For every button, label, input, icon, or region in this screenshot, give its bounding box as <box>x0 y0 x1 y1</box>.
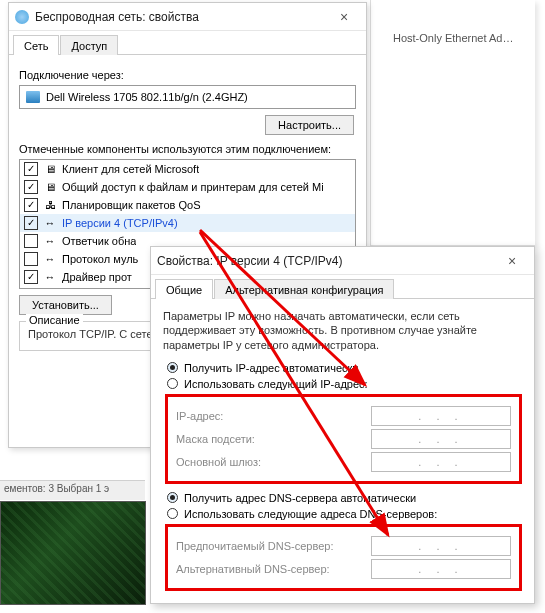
checkbox-icon[interactable]: ✓ <box>24 180 38 194</box>
dns-pref-label: Предпочитаемый DNS-сервер: <box>176 540 371 552</box>
dns-fields-group: Предпочитаемый DNS-сервер: . . . Альтерн… <box>165 524 522 591</box>
close-icon[interactable]: × <box>328 9 360 25</box>
fragment-text: Host-Only Ethernet Ad… <box>393 32 531 44</box>
list-item[interactable]: ✓ 🖥 Общий доступ к файлам и принтерам дл… <box>20 178 355 196</box>
radio-dns-auto[interactable]: Получить адрес DNS-сервера автоматически <box>167 492 524 504</box>
configure-button[interactable]: Настроить... <box>265 115 354 135</box>
description-legend: Описание <box>26 314 83 326</box>
components-label: Отмеченные компоненты используются этим … <box>19 143 356 155</box>
ip-address-input[interactable]: . . . <box>371 406 511 426</box>
preview-thumbnail <box>0 501 146 605</box>
radio-ip-auto[interactable]: Получить IP-адрес автоматически <box>167 362 524 374</box>
ipv4-properties-dialog: Свойства: IP версии 4 (TCP/IPv4) × Общие… <box>150 246 535 604</box>
close-icon[interactable]: × <box>496 253 528 269</box>
titlebar: Беспроводная сеть: свойства × <box>9 3 366 31</box>
subnet-input[interactable]: . . . <box>371 429 511 449</box>
radio-label: Получить IP-адрес автоматически <box>184 362 358 374</box>
info-text: Параметры IP можно назначать автоматичес… <box>163 309 522 352</box>
tabs: Общие Альтернативная конфигурация <box>151 275 534 299</box>
tab-alternative[interactable]: Альтернативная конфигурация <box>214 279 394 299</box>
share-icon: 🖥 <box>43 180 57 194</box>
radio-label: Получить адрес DNS-сервера автоматически <box>184 492 416 504</box>
tab-access[interactable]: Доступ <box>60 35 118 55</box>
radio-icon[interactable] <box>167 508 178 519</box>
connect-via-label: Подключение через: <box>19 69 356 81</box>
protocol-icon: ↔ <box>43 216 57 230</box>
titlebar: Свойства: IP версии 4 (TCP/IPv4) × <box>151 247 534 275</box>
network-globe-icon <box>15 10 29 24</box>
gateway-label: Основной шлюз: <box>176 456 371 468</box>
explorer-statusbar: ементов: 3 Выбран 1 э <box>0 480 145 500</box>
checkbox-icon[interactable]: ✓ <box>24 162 38 176</box>
checkbox-icon[interactable]: ✓ <box>24 216 38 230</box>
item-label: Ответчик обна <box>62 235 136 247</box>
item-label: Общий доступ к файлам и принтерам для се… <box>62 181 324 193</box>
client-icon: 🖥 <box>43 162 57 176</box>
radio-icon[interactable] <box>167 378 178 389</box>
radio-ip-manual[interactable]: Использовать следующий IP-адрес: <box>167 378 524 390</box>
radio-icon[interactable] <box>167 492 178 503</box>
tab-general[interactable]: Общие <box>155 279 213 299</box>
tab-network[interactable]: Сеть <box>13 35 59 55</box>
checkbox-icon[interactable]: ✓ <box>24 198 38 212</box>
gateway-input[interactable]: . . . <box>371 452 511 472</box>
item-label: Планировщик пакетов QoS <box>62 199 201 211</box>
item-label: Клиент для сетей Microsoft <box>62 163 199 175</box>
radio-icon[interactable] <box>167 362 178 373</box>
radio-label: Использовать следующие адреса DNS-сервер… <box>184 508 437 520</box>
item-label: IP версии 4 (TCP/IPv4) <box>62 217 178 229</box>
checkbox-icon[interactable] <box>24 252 38 266</box>
ip-fields-group: IP-адрес: . . . Маска подсети: . . . Осн… <box>165 394 522 484</box>
checkbox-icon[interactable] <box>24 234 38 248</box>
list-item[interactable]: ✓ 🖥 Клиент для сетей Microsoft <box>20 160 355 178</box>
list-item[interactable]: ✓ 🖧 Планировщик пакетов QoS <box>20 196 355 214</box>
subnet-label: Маска подсети: <box>176 433 371 445</box>
adapter-name: Dell Wireless 1705 802.11b/g/n (2.4GHZ) <box>46 91 248 103</box>
qos-icon: 🖧 <box>43 198 57 212</box>
protocol-icon: ↔ <box>43 252 57 266</box>
dns-alt-input[interactable]: . . . <box>371 559 511 579</box>
item-label: Драйвер прот <box>62 271 132 283</box>
checkbox-icon[interactable]: ✓ <box>24 270 38 284</box>
list-item-ipv4[interactable]: ✓ ↔ IP версии 4 (TCP/IPv4) <box>20 214 355 232</box>
item-label: Протокол муль <box>62 253 138 265</box>
window-title: Свойства: IP версии 4 (TCP/IPv4) <box>157 254 496 268</box>
adapter-icon <box>26 91 40 103</box>
dns-pref-input[interactable]: . . . <box>371 536 511 556</box>
adapter-selector[interactable]: Dell Wireless 1705 802.11b/g/n (2.4GHZ) <box>19 85 356 109</box>
dns-alt-label: Альтернативный DNS-сервер: <box>176 563 371 575</box>
background-window-fragment: Host-Only Ethernet Ad… <box>370 0 535 246</box>
ip-address-label: IP-адрес: <box>176 410 371 422</box>
tabs: Сеть Доступ <box>9 31 366 55</box>
protocol-icon: ↔ <box>43 234 57 248</box>
radio-label: Использовать следующий IP-адрес: <box>184 378 368 390</box>
protocol-icon: ↔ <box>43 270 57 284</box>
radio-dns-manual[interactable]: Использовать следующие адреса DNS-сервер… <box>167 508 524 520</box>
window-title: Беспроводная сеть: свойства <box>35 10 328 24</box>
install-button[interactable]: Установить... <box>19 295 112 315</box>
